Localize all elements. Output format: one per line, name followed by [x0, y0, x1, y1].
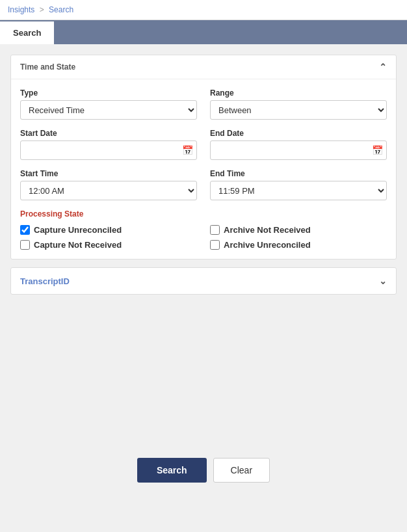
type-range-row: Type Received Time Capture Time Archive …	[20, 88, 387, 120]
type-select[interactable]: Received Time Capture Time Archive Time	[20, 100, 197, 120]
processing-state-section: Processing State Capture Unreconciled Ar…	[20, 209, 387, 250]
start-date-wrapper: 5/20/2022 📅	[20, 140, 197, 160]
footer-buttons: Search Clear	[10, 445, 397, 489]
archive-unreconciled-checkbox[interactable]	[210, 240, 220, 250]
start-date-calendar-icon[interactable]: 📅	[182, 145, 193, 155]
archive-unreconciled-label: Archive Unreconciled	[224, 240, 311, 250]
capture-not-received-label: Capture Not Received	[34, 240, 122, 250]
clear-button[interactable]: Clear	[213, 458, 270, 483]
start-time-group: Start Time 12:00 AM 1:00 AM 2:00 AM	[20, 169, 197, 200]
checkbox-capture-unreconciled: Capture Unreconciled	[20, 225, 197, 235]
expand-icon: ⌄	[379, 276, 387, 286]
breadcrumb-parent[interactable]: Insights	[8, 5, 34, 14]
start-date-label: Start Date	[20, 129, 197, 138]
main-content: Time and State ⌃ Type Received Time Capt…	[0, 44, 407, 499]
type-group: Type Received Time Capture Time Archive …	[20, 88, 197, 120]
tab-search[interactable]: Search	[0, 20, 54, 44]
processing-state-label: Processing State	[20, 209, 387, 219]
end-time-select[interactable]: 11:59 PM 10:00 PM 9:00 PM	[210, 181, 387, 200]
capture-unreconciled-label: Capture Unreconciled	[34, 225, 122, 235]
end-date-calendar-icon[interactable]: 📅	[372, 145, 383, 155]
type-label: Type	[20, 88, 197, 98]
start-time-label: Start Time	[20, 169, 197, 178]
end-date-label: End Date	[210, 129, 387, 138]
start-time-select[interactable]: 12:00 AM 1:00 AM 2:00 AM	[20, 181, 197, 200]
breadcrumb: Insights > Search	[0, 0, 407, 20]
range-select[interactable]: Between Before After	[210, 100, 387, 120]
transcript-id-label: TranscriptID	[20, 276, 70, 286]
checkbox-capture-not-received: Capture Not Received	[20, 240, 197, 250]
end-time-group: End Time 11:59 PM 10:00 PM 9:00 PM	[210, 169, 387, 200]
transcript-id-section: TranscriptID ⌄	[10, 267, 397, 295]
capture-unreconciled-checkbox[interactable]	[20, 225, 30, 235]
checkbox-archive-unreconciled: Archive Unreconciled	[210, 240, 387, 250]
start-date-input[interactable]: 5/20/2022	[20, 140, 197, 160]
end-date-input[interactable]: 5/27/2022	[210, 140, 387, 160]
tab-bar: Search	[0, 20, 407, 44]
end-time-label: End Time	[210, 169, 387, 178]
range-label: Range	[210, 88, 387, 98]
collapse-icon: ⌃	[379, 62, 387, 72]
end-date-wrapper: 5/27/2022 📅	[210, 140, 387, 160]
checkbox-archive-not-received: Archive Not Received	[210, 225, 387, 235]
time-and-state-label: Time and State	[20, 62, 75, 72]
time-row: Start Time 12:00 AM 1:00 AM 2:00 AM End …	[20, 169, 387, 200]
transcript-id-header[interactable]: TranscriptID ⌄	[11, 268, 396, 294]
date-row: Start Date 5/20/2022 📅 End Date 5/27/202…	[20, 129, 387, 160]
end-date-group: End Date 5/27/2022 📅	[210, 129, 387, 160]
time-and-state-body: Type Received Time Capture Time Archive …	[11, 79, 396, 259]
capture-not-received-checkbox[interactable]	[20, 240, 30, 250]
checkboxes-grid: Capture Unreconciled Archive Not Receive…	[20, 225, 387, 250]
range-group: Range Between Before After	[210, 88, 387, 120]
start-date-group: Start Date 5/20/2022 📅	[20, 129, 197, 160]
time-and-state-header[interactable]: Time and State ⌃	[11, 55, 396, 79]
breadcrumb-current: Search	[49, 5, 73, 14]
breadcrumb-separator: >	[40, 5, 44, 14]
time-and-state-section: Time and State ⌃ Type Received Time Capt…	[10, 55, 397, 259]
archive-not-received-label: Archive Not Received	[224, 225, 311, 235]
search-button[interactable]: Search	[137, 458, 207, 483]
archive-not-received-checkbox[interactable]	[210, 225, 220, 235]
